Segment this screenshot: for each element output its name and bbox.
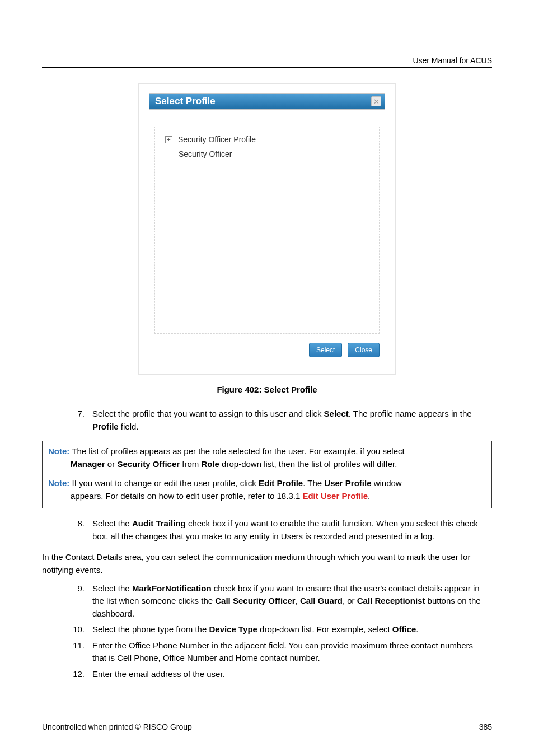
expand-icon[interactable]: + [165,136,172,143]
text-bold: Role [201,459,219,469]
profile-tree-panel: + Security Officer Profile Security Offi… [154,127,380,334]
tree-child-row[interactable]: Security Officer [179,150,373,158]
text-bold: Call Guard [300,596,343,605]
text: Select the [92,519,132,528]
text: . The [303,478,324,488]
text: Enter the email address of the user. [92,668,492,681]
text-bold: Manager [71,459,105,469]
header-right-text: User Manual for ACUS [42,56,492,65]
close-button[interactable]: Close [348,343,380,357]
text-bold: MarkForNotification [132,584,212,593]
tree-child-label: Security Officer [179,150,232,158]
page-number: 385 [479,722,492,731]
text: , or [343,596,357,605]
text-bold: Profile [92,422,119,431]
step-number: 7. [42,408,92,433]
text: Enter the Office Phone Number in the adj… [92,640,492,665]
step-number: 11. [42,640,92,665]
text-bold: Office [392,624,416,634]
text: drop-down list. For example, select [257,624,392,634]
tree-root-label: Security Officer Profile [178,135,256,144]
text-bold: Call Security Officer [215,596,295,605]
text-bold: Call Receptionist [357,596,425,605]
text: Select the profile that you want to assi… [92,409,324,418]
text-bold: User Profile [324,478,371,488]
text: from [180,459,201,469]
step-number: 10. [42,623,92,636]
text-bold: Edit Profile [259,478,303,488]
page-footer: Uncontrolled when printed © RISCO Group … [42,721,492,731]
text: , [296,596,300,605]
text-bold: Security Officer [117,459,180,469]
text: or [105,459,118,469]
select-button[interactable]: Select [309,343,342,357]
tree-root-row[interactable]: + Security Officer Profile [165,135,373,144]
list-item: 10. Select the phone type from the Devic… [42,623,492,636]
dialog-actions: Select Close [154,343,380,357]
text: The list of profiles appears as per the … [69,446,404,456]
page-header: User Manual for ACUS [42,56,492,68]
edit-user-profile-link[interactable]: Edit User Profile [302,491,368,501]
figure-caption: Figure 402: Select Profile [42,385,492,394]
dialog-titlebar: Select Profile ✕ [149,93,385,110]
text-bold: Audit Trailing [132,519,186,528]
list-item: 12. Enter the email address of the user. [42,668,492,681]
text: Select the phone type from the [92,624,209,634]
dialog-title: Select Profile [155,96,216,107]
text: . [368,491,370,501]
text: . [416,624,418,634]
close-icon[interactable]: ✕ [371,96,381,106]
list-item: 7. Select the profile that you want to a… [42,408,492,433]
select-profile-dialog: Select Profile ✕ + Security Officer Prof… [138,83,396,375]
text: appears. For details on how to edit user… [71,491,302,501]
note-label: Note: [48,446,69,456]
footer-left: Uncontrolled when printed © RISCO Group [42,722,192,731]
text: . The profile name appears in the [349,409,472,418]
text-bold: Device Type [209,624,257,634]
step-number: 9. [42,582,92,620]
list-item: 11. Enter the Office Phone Number in the… [42,640,492,665]
list-item: 9. Select the MarkForNotification check … [42,582,492,620]
note-box: Note: The list of profiles appears as pe… [42,441,492,508]
text: If you want to change or edit the user p… [69,478,259,488]
paragraph: In the Contact Details area, you can sel… [42,550,492,577]
text: drop-down list, then the list of profile… [219,459,397,469]
step-number: 8. [42,517,92,543]
text: window [372,478,402,488]
text: field. [119,422,139,431]
step-number: 12. [42,668,92,681]
text: Select the [92,584,132,593]
note-label: Note: [48,478,69,488]
text-bold: Select [324,409,349,418]
list-item: 8. Select the Audit Trailing check box i… [42,517,492,543]
